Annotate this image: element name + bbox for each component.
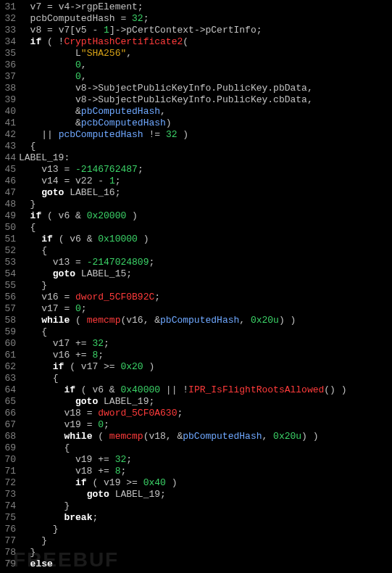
code-line[interactable]: if ( v6 & 0x20000 ) — [19, 210, 392, 222]
code-line[interactable]: while ( memcmp(v16, &pbComputedHash, 0x2… — [19, 315, 392, 326]
line-number: 46 — [0, 176, 16, 187]
code-line[interactable]: } — [19, 535, 392, 547]
token-label: LABEL_19 — [19, 152, 64, 163]
token-id: v17 — [41, 303, 64, 314]
token-id: , — [126, 48, 132, 59]
line-number: 69 — [0, 442, 16, 454]
token-kw: while — [41, 315, 70, 326]
code-line[interactable]: v8 = v7[v5 - 1]->pCertContext->pCertInfo… — [19, 25, 392, 36]
line-number: 47 — [0, 187, 16, 199]
token-id: ) ) — [301, 431, 318, 442]
token-id: SubjectPublicKeyInfo — [98, 83, 211, 94]
token-id: -> — [87, 94, 99, 105]
token-fn2: memcmp — [109, 431, 143, 442]
code-line[interactable]: if ( v6 & 0x40000 || !IPR_IsFlightRootsA… — [19, 384, 392, 396]
code-line[interactable]: } — [19, 199, 392, 210]
code-line[interactable]: v13 = -2147024809; — [19, 257, 392, 268]
code-line[interactable]: else — [19, 558, 392, 570]
token-id: , — [307, 83, 313, 94]
code-line[interactable]: &pcbComputedHash) — [19, 118, 392, 129]
code-line[interactable]: v19 = 0; — [19, 419, 392, 431]
code-line[interactable]: { — [19, 326, 392, 338]
code-line[interactable]: { — [19, 222, 392, 234]
code-line[interactable]: goto LABEL_15; — [19, 268, 392, 280]
token-kw: if — [75, 477, 87, 488]
token-id: ; — [92, 512, 98, 523]
code-line[interactable]: { — [19, 141, 392, 152]
code-line[interactable]: 0, — [19, 71, 392, 83]
code-line[interactable]: { — [19, 245, 392, 257]
code-line[interactable]: goto LABEL_16; — [19, 187, 392, 199]
code-line[interactable]: L"SHA256", — [19, 48, 392, 59]
code-line[interactable]: break; — [19, 512, 392, 524]
code-line[interactable]: v13 = -2146762487; — [19, 164, 392, 176]
code-line[interactable]: v14 = v22 - 1; — [19, 176, 392, 187]
line-number: 79 — [0, 558, 16, 570]
code-line[interactable]: if ( v6 & 0x10000 ) — [19, 234, 392, 245]
token-id: . — [267, 94, 273, 105]
code-line[interactable]: } — [19, 280, 392, 292]
token-id: = — [47, 1, 59, 12]
token-id: { — [30, 141, 36, 152]
token-id: ; — [143, 13, 149, 24]
code-line[interactable]: v17 += 32; — [19, 338, 392, 350]
code-line[interactable]: } — [19, 547, 392, 558]
token-id: ( v6 & — [53, 234, 98, 244]
token-id: ; — [120, 466, 126, 477]
line-number: 61 — [0, 350, 16, 361]
code-line[interactable]: v16 += 8; — [19, 350, 392, 361]
code-line[interactable]: &pbComputedHash, — [19, 106, 392, 118]
code-line[interactable]: 0, — [19, 59, 392, 71]
token-id: PublicKey — [217, 94, 267, 105]
code-line[interactable]: goto LABEL_19; — [19, 489, 392, 500]
token-id: -> — [70, 1, 81, 12]
code-line[interactable]: goto LABEL_19; — [19, 396, 392, 408]
code-line[interactable]: } — [19, 524, 392, 535]
token-id: v19 — [75, 454, 98, 465]
code-content[interactable]: v7 = v4->rgpElement; pcbComputedHash = 3… — [19, 1, 392, 570]
code-line[interactable]: v8->SubjectPublicKeyInfo.PublicKey.pbDat… — [19, 83, 392, 94]
code-line[interactable]: { — [19, 373, 392, 384]
code-line[interactable]: } — [19, 500, 392, 512]
code-line[interactable]: if ( v17 >= 0x20 ) — [19, 361, 392, 373]
code-line[interactable]: pcbComputedHash = 32; — [19, 13, 392, 25]
token-num: 0 — [98, 419, 104, 430]
token-id: } — [30, 199, 36, 210]
token-id: v5 — [75, 25, 92, 36]
line-number: 55 — [0, 280, 16, 292]
token-id: v22 — [75, 176, 98, 186]
token-id: { — [30, 222, 36, 233]
code-line[interactable]: || pcbComputedHash != 32 ) — [19, 129, 392, 141]
token-id: SubjectPublicKeyInfo — [98, 94, 211, 105]
code-line[interactable]: v19 += 32; — [19, 454, 392, 466]
code-line[interactable]: v17 = 0; — [19, 303, 392, 315]
code-line[interactable]: v18 = dword_5CF0A630; — [19, 408, 392, 419]
token-blue: pcbComputedHash — [59, 129, 143, 140]
code-line[interactable]: if ( v19 >= 0x40 ) — [19, 477, 392, 489]
token-id: = — [64, 292, 75, 302]
code-editor[interactable]: 3132333435363738394041424344454647484950… — [0, 0, 392, 572]
code-line[interactable]: v18 += 8; — [19, 466, 392, 477]
line-number: 37 — [0, 71, 16, 83]
code-line[interactable]: v7 = v4->rgpElement; — [19, 1, 392, 13]
token-id: pCertInfo — [206, 25, 257, 36]
token-id: v7 — [59, 25, 70, 36]
token-kw: while — [64, 431, 92, 442]
line-number: 35 — [0, 48, 16, 59]
token-id: : — [64, 152, 70, 163]
code-line[interactable]: v16 = dword_5CF0B92C; — [19, 292, 392, 303]
code-line[interactable]: { — [19, 442, 392, 454]
line-number: 44 — [0, 152, 16, 164]
code-line[interactable]: v8->SubjectPublicKeyInfo.PublicKey.cbDat… — [19, 94, 392, 106]
line-number: 42 — [0, 129, 16, 141]
token-id: cbData — [273, 94, 307, 105]
line-number: 33 — [0, 25, 16, 36]
token-id: rgpElement — [81, 1, 138, 12]
code-line[interactable]: LABEL_19: — [19, 152, 392, 164]
code-line[interactable]: while ( memcmp(v18, &pbComputedHash, 0x2… — [19, 431, 392, 442]
line-number: 49 — [0, 210, 16, 222]
code-line[interactable]: if ( !CryptHashCertificate2( — [19, 36, 392, 48]
line-number: 77 — [0, 535, 16, 547]
token-id: || ! — [160, 384, 188, 395]
line-number: 43 — [0, 141, 16, 152]
